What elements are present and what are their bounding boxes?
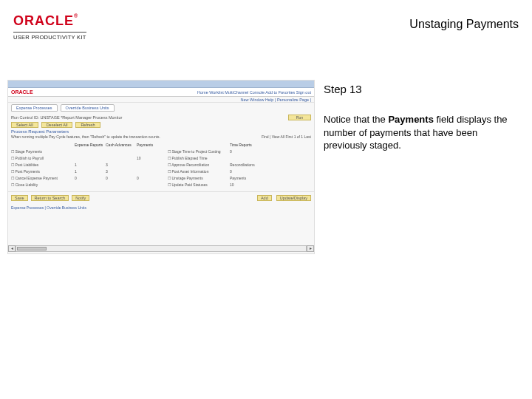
ss-cell: Publish to Payroll <box>11 156 75 160</box>
ss-cell <box>137 169 168 174</box>
scroll-thumb <box>17 247 47 250</box>
scroll-right-icon: ▸ <box>307 245 314 252</box>
ss-cell: 0 <box>230 149 315 154</box>
ss-cell: Post Payments <box>11 169 75 174</box>
brand-tm: ® <box>74 13 78 18</box>
ss-section-title: Process Request Parameters <box>8 129 314 134</box>
ss-footer-bar: Save Return to Search Notify Add Update/… <box>8 191 314 204</box>
embedded-screenshot: ORACLE Home Worklist MultiChannel Consol… <box>7 80 315 254</box>
ss-deselect-all-button: Deselect All <box>41 122 73 128</box>
ss-cell: Post Asset Information <box>168 169 230 174</box>
ss-cell: Payments <box>230 176 315 180</box>
ss-cell <box>106 156 137 160</box>
ss-bottom-links: Expense Processes | Override Business Un… <box>8 204 314 211</box>
step-body: Notice that the Payments field displays … <box>324 113 519 152</box>
ss-cell: 3 <box>106 163 137 167</box>
ss-notify-button: Notify <box>72 195 89 201</box>
ss-action-buttons: Select All Deselect All Refresh <box>8 122 314 129</box>
ss-update-button: Update/Display <box>276 195 311 201</box>
ss-cell: Publish Elapsed Time <box>168 156 230 160</box>
ss-help-text: When running multiple Pay Cycle features… <box>11 134 160 139</box>
ss-tabs: Expense Processes Override Business Unit… <box>8 103 314 113</box>
ss-cell: 0 <box>137 176 168 180</box>
ss-cell: 3 <box>106 169 137 174</box>
ss-col-h2: Cash Advances <box>106 143 137 147</box>
ss-add-button: Add <box>257 195 272 201</box>
ss-cell: 1 <box>75 169 106 174</box>
ss-cell <box>106 149 137 154</box>
ss-refresh-button: Refresh <box>75 122 100 128</box>
ss-cell <box>106 183 137 187</box>
ss-cell <box>75 183 106 187</box>
ss-cell: Cancel Expense Payment <box>11 176 75 180</box>
step-text-bold: Payments <box>388 114 433 125</box>
ss-run-control-row: Run Control ID: UNSTAGE *Report Manager … <box>8 113 314 122</box>
ss-cell <box>75 156 106 160</box>
ss-col-h3: Payments <box>137 143 168 147</box>
ss-cell <box>75 149 106 154</box>
ss-cell: Approve Reconciliation <box>168 163 230 167</box>
brand-text: ORACLE <box>13 13 74 28</box>
ss-cell: Stage Time to Project Costing <box>168 149 230 154</box>
ss-save-button: Save <box>11 195 28 201</box>
product-line: USER PRODUCTIVITY KIT <box>13 32 86 41</box>
ss-cell: 0 <box>75 176 106 180</box>
ss-cell: Reconciliations <box>230 163 315 167</box>
ss-tab-override-bu: Override Business Units <box>61 104 115 112</box>
ss-cell: Close Liability <box>11 183 75 187</box>
ss-window-titlebar <box>8 81 314 88</box>
ss-tab-expense-processes: Expense Processes <box>11 104 58 112</box>
ss-cell: 10 <box>137 156 168 160</box>
ss-return-button: Return to Search <box>31 195 69 201</box>
ss-cell: 0 <box>230 169 315 174</box>
ss-cell: Stage Payments <box>11 149 75 154</box>
ss-cell: Unstage Payments <box>168 176 230 180</box>
step-text-before: Notice that the <box>324 114 388 125</box>
ss-cell: 1 <box>75 163 106 167</box>
scroll-left-icon: ◂ <box>8 245 16 252</box>
ss-horizontal-scrollbar: ◂ ▸ <box>8 245 314 252</box>
ss-help-row: When running multiple Pay Cycle features… <box>8 134 314 141</box>
ss-col-h4 <box>168 143 230 147</box>
ss-cell <box>230 156 315 160</box>
ss-run-control-text: Run Control ID: UNSTAGE *Report Manager … <box>11 115 122 120</box>
ss-cell <box>137 183 168 187</box>
ss-data-grid: Expense Reports Cash Advances Payments T… <box>8 141 314 188</box>
ss-cell: Update Paid Statuses <box>168 183 230 187</box>
ss-pager: Find | View All First 1 of 1 Last <box>262 134 311 139</box>
doc-title: Unstaging Payments <box>409 18 519 31</box>
ss-col-h0 <box>11 143 75 147</box>
ss-page-links: New Window Help | Personalize Page | <box>8 97 314 103</box>
ss-cell <box>137 163 168 167</box>
instruction-panel: Step 13 Notice that the Payments field d… <box>324 80 519 254</box>
ss-col-h1: Expense Reports <box>75 143 106 147</box>
ss-cell: Post Liabilities <box>11 163 75 167</box>
ss-run-button: Run <box>288 115 311 120</box>
brand-block: ORACLE® USER PRODUCTIVITY KIT <box>13 13 86 41</box>
ss-menubar: ORACLE Home Worklist MultiChannel Consol… <box>8 88 314 97</box>
ss-oracle-logo: ORACLE <box>11 89 33 95</box>
scroll-track <box>16 245 307 252</box>
step-label: Step 13 <box>324 83 519 95</box>
ss-cell: 0 <box>106 176 137 180</box>
ss-cell: 10 <box>230 183 315 187</box>
ss-cell <box>137 149 168 154</box>
ss-global-links: Home Worklist MultiChannel Console Add t… <box>197 90 311 95</box>
ss-col-h5: Time Reports <box>230 143 315 147</box>
oracle-logo: ORACLE® <box>13 13 86 29</box>
ss-select-all-button: Select All <box>11 122 38 128</box>
